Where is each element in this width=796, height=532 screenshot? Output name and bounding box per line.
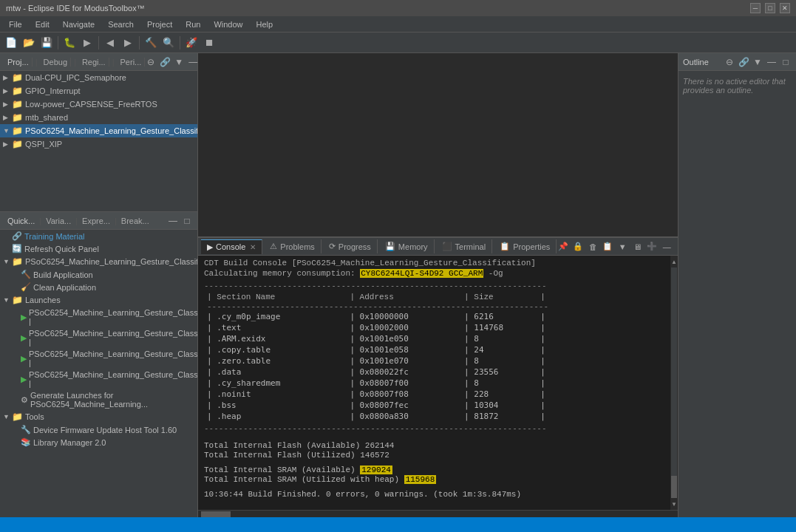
project-gpio[interactable]: ▶ 📁 GPIO_Interrupt: [0, 84, 197, 98]
tab-memory[interactable]: 💾 Memory: [379, 239, 435, 253]
toolbar-run[interactable]: ▶: [79, 35, 95, 51]
toolbar-new[interactable]: 📄: [3, 35, 19, 51]
project-qspi[interactable]: ▶ 📁 QSPI_XIP: [0, 137, 197, 151]
menu-edit[interactable]: Edit: [30, 18, 55, 30]
center-area: ▶ Console ✕ ⚠ Problems ⟳ Progress 💾 M: [198, 53, 678, 517]
quick-launch-3[interactable]: ▶ PSoC6254_Machine_Learning_Gesture_Clas…: [0, 348, 197, 369]
console-output[interactable]: CDT Build Console [PSoC6254_Machine_Lear…: [198, 256, 670, 510]
toolbar-build[interactable]: 🔨: [143, 35, 159, 51]
quick-launch-4[interactable]: ▶ PSoC6254_Machine_Learning_Gesture_Clas…: [0, 369, 197, 389]
project-dual-cpu[interactable]: ▶ 📁 Dual-CPU_IPC_Semaphore: [0, 71, 197, 84]
tab-terminal[interactable]: ⬛ Terminal: [436, 239, 493, 253]
toolbar-search[interactable]: 🔍: [160, 35, 177, 51]
console-hscroll[interactable]: [198, 510, 678, 517]
new-console-icon[interactable]: ➕: [645, 240, 659, 253]
quick-tools-section[interactable]: ▼ 📁 Tools: [0, 410, 197, 423]
quick-clean-app[interactable]: 🧹 Clean Application: [0, 281, 197, 293]
toolbar-debug[interactable]: 🐛: [61, 35, 78, 51]
outline-sync-icon[interactable]: 🔗: [738, 56, 749, 68]
title-bar: mtw - Eclipse IDE for ModusToolbox™ ─ □ …: [0, 0, 796, 16]
maximize-button[interactable]: □: [765, 3, 775, 13]
mem-row: | .noinit | 0x08007f08 | 228 |: [204, 389, 551, 400]
minimize-button[interactable]: ─: [750, 3, 761, 13]
quick-launch-1[interactable]: ▶ PSoC6254_Machine_Learning_Gesture_Clas…: [0, 307, 197, 327]
project-psoc6254[interactable]: ▼ 📁 PSoC6254_Machine_Learning_Gesture_Cl…: [0, 124, 197, 137]
quick-generate-launches[interactable]: ⚙ Generate Launches for PSoC6254_Machine…: [0, 389, 197, 410]
bottom-toolbar: 📌 🔒 🗑 📋 ▼ 🖥 ➕ — □: [557, 240, 678, 253]
menu-project[interactable]: Project: [141, 18, 178, 30]
view-menu-icon[interactable]: ▼: [173, 56, 185, 68]
quick-tree[interactable]: 🔗 Training Material 🔄 Refresh Quick Pane…: [0, 230, 197, 477]
hscroll-thumb[interactable]: [201, 511, 231, 517]
vscroll-up[interactable]: ▲: [670, 257, 678, 266]
col-address: | Address: [347, 292, 461, 302]
quick-access-header: Quick... | Varia... | Expre... | Break..…: [0, 212, 197, 230]
scroll-lock-icon[interactable]: 🔒: [571, 240, 585, 253]
toolbar-forward[interactable]: ▶: [120, 35, 136, 51]
outline-collapse-icon[interactable]: ⊖: [724, 56, 735, 68]
tab-project[interactable]: Proj...: [4, 58, 33, 66]
quick-icons: — □: [167, 215, 193, 227]
explorer-tabs: Proj... | Debug | Regi... | Peri...: [4, 58, 145, 66]
tab-progress[interactable]: ⟳ Progress: [323, 239, 378, 253]
vscroll-thumb-area[interactable]: [671, 267, 677, 498]
toolbar-back[interactable]: ◀: [102, 35, 118, 51]
console-vscroll[interactable]: ▲ ▼: [670, 256, 678, 510]
window-controls[interactable]: ─ □ ✕: [750, 3, 790, 13]
vscroll-thumb[interactable]: [671, 476, 677, 498]
quick-minimize-icon[interactable]: —: [167, 215, 179, 227]
project-capsense[interactable]: ▶ 📁 Low-power_CAPSENSE_FreeRTOS: [0, 98, 197, 111]
collapse-all-icon[interactable]: ⊖: [145, 56, 157, 68]
quick-training-material[interactable]: 🔗 Training Material: [0, 230, 197, 242]
bottom-minimize[interactable]: —: [660, 240, 673, 253]
project-tree[interactable]: ▶ 📁 Dual-CPU_IPC_Semaphore ▶ 📁 GPIO_Inte…: [0, 71, 197, 211]
menu-search[interactable]: Search: [102, 18, 140, 30]
outline-menu-icon[interactable]: ▼: [752, 56, 763, 68]
menu-file[interactable]: File: [3, 18, 28, 30]
toolbar-launch[interactable]: 🚀: [183, 35, 200, 51]
quick-maximize-icon[interactable]: □: [181, 215, 193, 227]
quick-tool-lib[interactable]: 📚 Library Manager 2.0: [0, 436, 197, 449]
outline-maximize-icon[interactable]: □: [780, 56, 792, 68]
total-line: Total Internal Flash (Utilized) 146572: [204, 451, 664, 460]
quick-psoc-section[interactable]: ▼ 📁 PSoC6254_Machine_Learning_Gesture_Cl…: [0, 255, 197, 268]
blank-space: [204, 434, 664, 440]
quick-tool-dfu[interactable]: 🔧 Device Firmware Update Host Tool 1.60: [0, 423, 197, 436]
pin-icon[interactable]: 📌: [557, 240, 570, 253]
menu-help[interactable]: Help: [251, 18, 279, 30]
tab-console-close[interactable]: ✕: [250, 243, 256, 251]
project-mtb-shared[interactable]: ▶ 📁 mtb_shared: [0, 111, 197, 124]
tab-registers[interactable]: Regi...: [79, 58, 109, 66]
open-console-icon[interactable]: 🖥: [630, 240, 644, 253]
quick-launch-2[interactable]: ▶ PSoC6254_Machine_Learning_Gesture_Clas…: [0, 327, 197, 348]
toolbar-stop[interactable]: ⏹: [201, 35, 217, 51]
outline-minimize-icon[interactable]: —: [766, 56, 778, 68]
link-editor-icon[interactable]: 🔗: [159, 56, 171, 68]
clear-icon[interactable]: 🗑: [586, 240, 599, 253]
tab-debug[interactable]: Debug: [41, 58, 71, 66]
tab-quick[interactable]: Quick...: [4, 216, 38, 225]
console-select-icon[interactable]: ▼: [616, 240, 629, 253]
tab-expressions[interactable]: Expre...: [79, 216, 113, 225]
copy-icon[interactable]: 📋: [601, 240, 614, 253]
tab-properties[interactable]: 📋 Properties: [494, 239, 557, 253]
vscroll-down[interactable]: ▼: [670, 499, 678, 508]
tab-peripherals[interactable]: Peri...: [118, 58, 146, 66]
tab-breakpoints[interactable]: Break...: [118, 216, 152, 225]
minimize-icon[interactable]: —: [187, 56, 199, 68]
quick-refresh-panel[interactable]: 🔄 Refresh Quick Panel: [0, 242, 197, 255]
tab-variables[interactable]: Varia...: [43, 216, 74, 225]
menu-navigate[interactable]: Navigate: [57, 18, 101, 30]
progress-icon: ⟳: [329, 242, 336, 251]
tab-problems[interactable]: ⚠ Problems: [264, 239, 321, 253]
menu-window[interactable]: Window: [208, 18, 248, 30]
total-highlight: 115968: [404, 475, 437, 484]
close-button[interactable]: ✕: [780, 3, 790, 13]
quick-launches-section[interactable]: ▼ 📁 Launches: [0, 293, 197, 307]
tab-console[interactable]: ▶ Console ✕: [201, 239, 262, 254]
toolbar-save[interactable]: 💾: [38, 35, 55, 51]
quick-build-app[interactable]: 🔨 Build Application: [0, 268, 197, 281]
toolbar-open[interactable]: 📂: [21, 35, 37, 51]
col-end: |: [537, 292, 551, 302]
menu-run[interactable]: Run: [180, 18, 206, 30]
